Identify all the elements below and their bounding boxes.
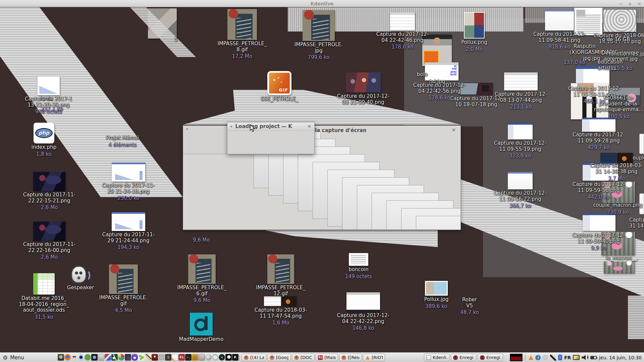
- desktop-thumbnail-facebook[interactable]: [583, 213, 615, 231]
- launcher-downloader-icon[interactable]: [192, 354, 198, 361]
- desktop-thumbnail-hd-jpg[interactable]: vi vid proj ects: [425, 62, 459, 80]
- desktop-icon-gif-file[interactable]: GIF SSE_PETROLE_: [249, 71, 310, 102]
- launcher-camera-lens-icon[interactable]: [219, 354, 225, 361]
- launcher-firefox-icon[interactable]: [64, 354, 71, 361]
- display-icon[interactable]: [573, 355, 580, 360]
- desktop-icon-projet-memoire[interactable]: Projet Mémoi 4 éléments: [92, 135, 153, 148]
- launcher-sphere-icon[interactable]: [205, 354, 212, 361]
- icon-size: 48,7 ko: [460, 310, 479, 315]
- clock[interactable]: jeu. 14 juin, 10:30: [599, 353, 642, 362]
- system-monitor-applet[interactable]: [510, 354, 523, 361]
- launcher-green-terminal-icon[interactable]: [58, 354, 64, 361]
- desktop-icon-madmapper[interactable]: MadMapperDemo: [171, 313, 231, 343]
- menu-button[interactable]: ⚙ Menu: [3, 353, 24, 362]
- desktop-thumbnail-game[interactable]: [617, 153, 633, 163]
- launcher-photo-wheel-icon[interactable]: [118, 354, 124, 361]
- tablet-pen-icon[interactable]: [550, 355, 556, 361]
- launcher-calculator-icon[interactable]: [158, 354, 165, 361]
- desktop-icon-impasse-petrole-8[interactable]: IMPASSE_PETROLE_ 8.gif 17,2 Mo: [212, 9, 272, 60]
- vlc-tray-icon[interactable]: [529, 355, 533, 360]
- desktop-icon-capture-22-42-22[interactable]: Capture du 2017-12- 04 22-42-22.png 146,…: [333, 292, 393, 331]
- launcher-display-settings-icon[interactable]: [199, 354, 205, 361]
- desktop-icon-capture-2017-12-03[interactable]: Capture du 2017-12- 03 21-09-40.png: [333, 72, 393, 105]
- launcher-green-particles-icon[interactable]: [138, 354, 145, 361]
- minimize-button[interactable]: −: [619, 1, 623, 6]
- launcher-audio-mixer-icon[interactable]: [152, 354, 158, 361]
- desktop-icon-capture-09-56-22[interactable]: Capture du 2017-12- 11 09-56-22.png 366,…: [490, 172, 550, 209]
- bluetooth-icon[interactable]: ᛒ: [558, 355, 562, 360]
- taskbar-window-recorder-2[interactable]: Enregi...: [478, 354, 503, 361]
- volume-icon[interactable]: [582, 355, 588, 360]
- launcher-gray-window-icon[interactable]: [98, 354, 104, 361]
- icon-label: Pollux.png: [461, 40, 487, 46]
- desktop-icon-capture-22-15-21[interactable]: Capture du 2017-11- 22 22-15-21.png 2,6 …: [19, 172, 79, 211]
- launcher-dark-camera-icon[interactable]: [91, 354, 98, 361]
- launcher-ruler-pen-icon[interactable]: [105, 354, 111, 361]
- launcher-text-editor-icon[interactable]: [172, 354, 178, 361]
- launcher-filezilla-icon[interactable]: Fz: [178, 354, 185, 361]
- desktop-icon-capture-22-42-46[interactable]: Capture du 2017-12- 04 22-42-46.png 178,…: [372, 12, 433, 50]
- taskbar-window-firefox-1[interactable]: [(4) La...: [241, 354, 266, 361]
- desktop-thumbnail-card[interactable]: [639, 134, 644, 154]
- dialog-titlebar[interactable]: ▾ Loading project — K ✕: [227, 122, 314, 131]
- launcher-rhythm-vinyl-icon[interactable]: [85, 354, 91, 361]
- desktop-icon-impasse-petrole-jpg[interactable]: IMPASSE_PETROLE. jpg 799,6 ko: [288, 10, 349, 61]
- desktop-icon-impasse-petrole-gif[interactable]: IMPASSE_PETROLE. gif 4,5 Mo: [93, 264, 154, 314]
- desktop-icon-robert[interactable]: Rober V5 48,7 ko: [453, 297, 486, 316]
- battery-icon[interactable]: [590, 356, 597, 359]
- launcher-headphones-icon[interactable]: [131, 354, 138, 361]
- taskbar-window-kdenlive[interactable]: Kdenli...: [424, 354, 449, 361]
- close-icon[interactable]: ✕: [307, 124, 311, 129]
- update-info-icon[interactable]: i: [535, 355, 541, 360]
- taskbar-window-firefox-2[interactable]: [Goog...: [267, 354, 291, 361]
- launcher-music-player-icon[interactable]: [111, 354, 118, 361]
- desktop-icon-capture-22-16-00[interactable]: Capture du 2017-11- 22 22-16-00.png 2,6 …: [19, 222, 79, 260]
- launcher-pen-knife-icon[interactable]: [145, 354, 151, 361]
- keyboard-layout-indicator[interactable]: FR: [564, 355, 571, 360]
- desktop-thumbnail-couple-photo[interactable]: [604, 261, 635, 274]
- desktop-icon-impasse-petrole-6[interactable]: IMPASSE_PETROLE_ 6.gif 9,6 Mo: [172, 254, 232, 304]
- desktop-icon-capture-22-42-56[interactable]: Capture du 2017-12- 04 22-42-56.png 178,…: [409, 82, 470, 101]
- taskbar-window-vlc[interactable]: [RIOT ...: [363, 354, 385, 361]
- desktop-icon-capture-09-59-28[interactable]: Capture du 2017-12- 11 09-59-28.png 429,…: [569, 132, 629, 151]
- taskbar-window-firefox-4[interactable]: [[Réso...: [339, 354, 362, 361]
- desktop-thumbnail-window[interactable]: [264, 296, 281, 306]
- desktop-icon-capture-21-24-18[interactable]: Capture du 2017-11- 29 21-24-18.png 250,…: [98, 163, 159, 201]
- desktop-icon-capture-09-59-56[interactable]: Capture du 2017-12- 11 09-59-56.png 442,…: [569, 182, 629, 200]
- launcher-terminal-icon[interactable]: >_: [185, 354, 192, 361]
- maximize-button[interactable]: +: [628, 1, 632, 6]
- desktop-icon-luma-label[interactable]: luma: [40, 96, 53, 102]
- close-button[interactable]: ×: [637, 1, 641, 6]
- desktop-icon-capture-13-07-44[interactable]: Capture du 2017-12- 08 13-07-44.png 213,…: [491, 72, 551, 110]
- collapsed-side-panel[interactable]: ▾: [183, 125, 227, 154]
- icon-size: 1,8 ko: [36, 152, 52, 157]
- app-titlebar[interactable]: Kdenlive − + ×: [0, 0, 644, 7]
- taskbar-window-recorder-1[interactable]: Enregi...: [451, 354, 476, 361]
- desktop-icon-bolo-label[interactable]: bolo: [417, 72, 428, 78]
- desktop-icon-capture-09-59-40[interactable]: Capture du 2017-12- 11 09-59-40.png 9,9 …: [569, 233, 629, 251]
- check-applet-icon[interactable]: ✓: [543, 355, 548, 360]
- launcher-white-horse-icon[interactable]: [225, 354, 232, 361]
- desktop-thumbnail-photo[interactable]: [281, 296, 297, 306]
- desktop-icon-couple-macron[interactable]: couple_macron.png 730,9 ko: [588, 202, 644, 215]
- launcher-eye-of-mate-icon[interactable]: [78, 354, 84, 361]
- desktop-icon-capture-09-55-19[interactable]: Capture du 2017-12- 11 09-55-19.png 323,…: [490, 123, 550, 159]
- desktop-icon-boncoin[interactable]: boncoin 149 octets: [328, 253, 389, 280]
- desktop-icon-president-republique[interactable]: 6508661-le- president-de-la- republique-…: [589, 95, 644, 120]
- desktop-icon-index-php[interactable]: php index.php 1,8 ko: [14, 123, 74, 157]
- desktop-icon-capture-21-24-44[interactable]: Capture du 2017-11- 29 21-24-44.png 194,…: [98, 212, 159, 251]
- desktop-icon-pollux-png[interactable]: Pollux.png 2,0 Mo: [444, 12, 504, 52]
- chevron-down-icon[interactable]: ▾: [186, 127, 188, 131]
- close-icon[interactable]: ✕: [451, 127, 456, 133]
- launcher-unity-icon[interactable]: [125, 354, 131, 361]
- launcher-time-tracker-icon[interactable]: ✓: [212, 354, 218, 361]
- launcher-gespeaker-icon[interactable]: [71, 354, 77, 361]
- taskbar-window-filezilla[interactable]: Fz[Mais...: [316, 354, 338, 361]
- taskbar-window-firefox-3[interactable]: [DOC! ...: [292, 354, 315, 361]
- desktop-icon-capture-2018-03-31[interactable]: Capture du 2018-03- 31 14-39-38.png 3,7 …: [586, 163, 644, 182]
- launcher-p-app-icon[interactable]: P.: [232, 354, 238, 361]
- launcher-sublime-text-icon[interactable]: S: [165, 354, 171, 361]
- chevron-down-icon[interactable]: ▾: [230, 124, 232, 129]
- desktop-icon-capture-17-47-54[interactable]: Capture du 2018-03- 11 17-47-54.png 1,6 …: [251, 307, 311, 326]
- desktop-thumbnail-window[interactable]: [600, 153, 616, 163]
